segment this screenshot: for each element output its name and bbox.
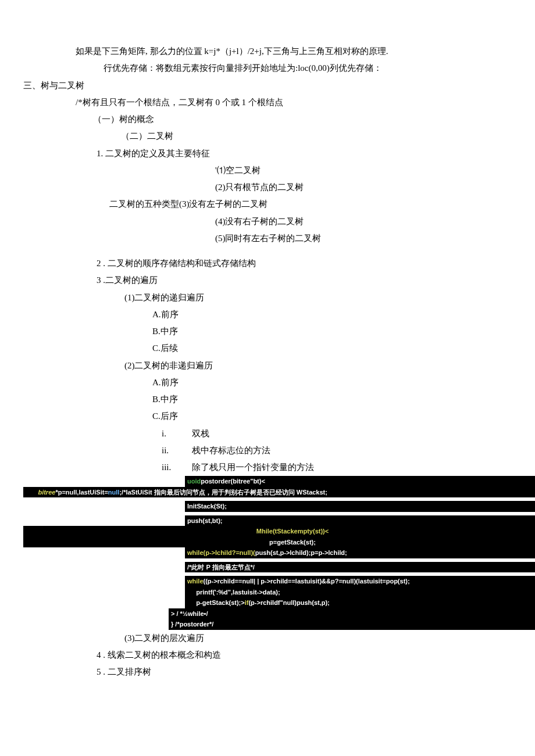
tree-type-item: '⑴空二叉树	[23, 162, 512, 179]
roman-numeral: ii.	[162, 442, 192, 459]
roman-numeral: i.	[162, 425, 192, 442]
list-item: (1)二叉树的递归遍历	[23, 289, 512, 306]
roman-item: iii. 除了栈只用一个指针变量的方法	[162, 459, 512, 476]
paragraph: 行优先存储：将数组元素按行向量排列开始地址为:loc(0,00)列优先存储：	[23, 60, 512, 77]
list-item: 1. 二叉树的定义及其主要特征	[23, 145, 512, 162]
list-item: 3 .二叉树的遍历	[23, 272, 512, 289]
roman-list: i. 双栈 ii. 栈中存标志位的方法 iii. 除了栈只用一个指针变量的方法	[23, 425, 512, 476]
code-line: } /*postorder*/	[169, 619, 535, 630]
code-line: InitStack(St);	[185, 501, 535, 512]
code-block: uoidpostorder(bitree"bt)< bitree*p=null,…	[185, 476, 535, 630]
roman-item: i. 双栈	[162, 425, 512, 442]
list-item: A.前序	[23, 374, 512, 391]
roman-text: 除了栈只用一个指针变量的方法	[192, 459, 314, 476]
types-label: 二叉树的五种类型	[109, 199, 179, 209]
code-line: Mhile(tStackempty(st))<	[23, 526, 535, 537]
code-line: bitree*p=null,lastUiSit=null;/*IaStUiSit…	[23, 487, 535, 498]
code-line: while((p->rchild==null| | p->rchild==las…	[185, 576, 535, 587]
list-item: B.中序	[23, 323, 512, 340]
section-heading: 三、树与二叉树	[23, 77, 512, 94]
document-page: 如果是下三角矩阵, 那么力的位置 k=j*（j+l）/2+j,下三角与上三角互相…	[0, 0, 535, 704]
code-line: uoidpostorder(bitree"bt)<	[185, 476, 535, 487]
code-line: /*此时 P 指向最左节点*/	[185, 562, 535, 573]
subheading: （二）二叉树	[23, 128, 512, 145]
code-line: p=getStack(st);	[23, 537, 535, 548]
tree-type-item: (5)同时有左右子树的二叉树	[23, 230, 512, 247]
list-item: 5 . 二叉排序树	[23, 664, 512, 680]
subheading: （一）树的概念	[23, 111, 512, 128]
tree-type-item: (2)只有根节点的二叉树	[23, 179, 512, 196]
paragraph: 如果是下三角矩阵, 那么力的位置 k=j*（j+l）/2+j,下三角与上三角互相…	[23, 43, 512, 60]
roman-numeral: iii.	[162, 459, 192, 476]
code-line: while(p->lchild?=null)(push(st,p->lchild…	[185, 547, 535, 558]
code-line: printf(':%d",lastuisit->data);	[185, 587, 535, 598]
code-line: push(st,bt);	[185, 515, 535, 526]
code-line: > / *½while•/	[169, 608, 535, 619]
list-item: (3)二叉树的层次遍历	[23, 630, 512, 647]
list-item: B.中序	[23, 391, 512, 408]
list-item: A.前序	[23, 306, 512, 323]
tree-types-row: 二叉树的五种类型(3)没有左子树的二叉树	[23, 196, 512, 213]
list-item: (2)二叉树的非递归遍历	[23, 357, 512, 374]
list-item: 2 . 二叉树的顺序存储结构和链式存储结构	[23, 255, 512, 272]
tree-type-item: (3)没有左子树的二叉树	[179, 199, 268, 209]
list-item: C.后续	[23, 340, 512, 357]
list-item: C.后序	[23, 408, 512, 425]
tree-type-item: (4)没有右子树的二叉树	[23, 213, 512, 230]
note-comment: /*树有且只有一个根结点，二叉树有 0 个或 1 个根结点	[23, 94, 512, 111]
roman-item: ii. 栈中存标志位的方法	[162, 442, 512, 459]
roman-text: 栈中存标志位的方法	[192, 442, 270, 459]
code-line: p-getStack(st);>if(p->rchildf"null)push(…	[185, 597, 535, 608]
roman-text: 双栈	[192, 425, 209, 442]
list-item: 4 . 线索二叉树的根本概念和构造	[23, 647, 512, 664]
